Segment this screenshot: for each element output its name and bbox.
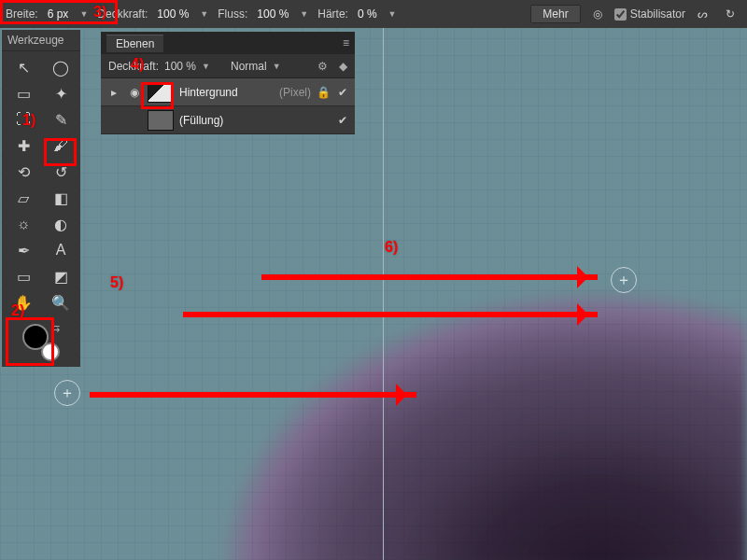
chevron-down-icon[interactable]: ▼	[198, 9, 212, 19]
eyedropper-tool[interactable]: ✎	[43, 107, 78, 132]
swap-colors-icon[interactable]: ⇆	[51, 322, 60, 334]
color-wells[interactable]: ⇆	[21, 322, 62, 363]
lasso-tool[interactable]: ◯	[43, 55, 78, 79]
brush-width-label: Breite:	[6, 7, 38, 21]
annotation-arrow	[90, 392, 416, 398]
annotation-label-5: 5)	[110, 274, 123, 291]
layer-thumbnail[interactable]	[148, 82, 174, 103]
gear-icon[interactable]: ⚙	[317, 60, 328, 73]
rope-icon[interactable]: ᔕ	[691, 5, 713, 23]
layer-name[interactable]: (Füllung)	[179, 114, 252, 127]
text-tool[interactable]: A	[43, 238, 78, 262]
annotation-label-4: 4)	[131, 56, 144, 73]
reset-icon[interactable]: ↻	[719, 5, 741, 23]
brush-hardness-label: Härte:	[317, 7, 348, 21]
layer-name[interactable]: Hintergrund	[179, 86, 274, 99]
layer-opacity-value[interactable]: 100 %	[164, 60, 196, 73]
more-button[interactable]: Mehr	[530, 5, 580, 23]
brush-opacity-value[interactable]: 100 %	[153, 7, 192, 21]
annotation-label-3: 3)	[93, 4, 106, 21]
layer-thumbnail[interactable]	[148, 110, 174, 131]
brush-hardness-value[interactable]: 0 %	[354, 7, 381, 21]
brush-options-bar: Breite: 6 px ▼ Deckkraft: 100 % ▼ Fluss:…	[0, 0, 747, 28]
marquee-tool[interactable]: ▭	[6, 81, 41, 105]
clone-tool[interactable]: ⟲	[6, 160, 41, 184]
stabilizer-toggle[interactable]: Stabilisator	[614, 7, 685, 21]
annotation-arrow	[183, 312, 598, 317]
brush-flow-label: Fluss:	[218, 7, 247, 21]
burn-tool[interactable]: ☼	[6, 212, 41, 236]
dodge-tool[interactable]: ◐	[43, 212, 78, 236]
zoom-tool[interactable]: 🔍	[43, 290, 78, 315]
pen-tool[interactable]: ✒	[6, 238, 41, 262]
panel-menu-icon[interactable]: ≡	[343, 36, 349, 49]
gradient-tool[interactable]: ◧	[43, 186, 78, 210]
tools-panel-title: Werkzeuge	[2, 30, 80, 51]
chevron-down-icon[interactable]: ▼	[202, 62, 210, 71]
image-content	[0, 140, 747, 560]
stabilizer-label: Stabilisator	[630, 7, 685, 21]
shape-tool[interactable]: ▭	[6, 264, 41, 288]
chevron-down-icon[interactable]: ▼	[78, 9, 92, 19]
checkbox-icon[interactable]: ✔	[336, 114, 349, 127]
chevron-down-icon[interactable]: ▼	[298, 9, 312, 19]
brush-flow-value[interactable]: 100 %	[253, 7, 292, 21]
layer-row-fullung[interactable]: (Füllung) ✔	[101, 106, 355, 134]
annotation-label-1: 1)	[22, 112, 35, 129]
move-tool[interactable]: ↖	[6, 55, 41, 79]
brush-width-value[interactable]: 6 px	[44, 7, 73, 21]
eraser-tool[interactable]: ▱	[6, 186, 41, 210]
layer-row-hintergrund[interactable]: ▸ ◉ Hintergrund (Pixel) 🔒 ✔	[101, 78, 355, 106]
chevron-down-icon[interactable]: ▼	[387, 9, 401, 19]
blend-mode-select[interactable]: Normal	[231, 60, 267, 73]
path-tool[interactable]: ◩	[43, 264, 78, 288]
brush-cursor-icon: ＋	[611, 267, 637, 293]
brush-cursor-icon: ＋	[54, 380, 80, 406]
annotation-arrow	[261, 274, 598, 280]
layers-panel: Ebenen ≡ Deckkraft: 100 % ▼ Normal ▼ ⚙ ◆…	[101, 32, 355, 134]
history-brush[interactable]: ↺	[43, 160, 78, 184]
annotation-label-2: 2)	[11, 302, 24, 319]
target-icon[interactable]: ◎	[586, 5, 609, 23]
foreground-color-swatch[interactable]	[22, 324, 49, 350]
heal-tool[interactable]: ✚	[6, 133, 41, 158]
lock-icon[interactable]: 🔒	[317, 86, 331, 99]
wand-tool[interactable]: ✦	[43, 81, 78, 105]
visibility-icon[interactable]: ◉	[127, 86, 142, 99]
split-view-divider[interactable]	[383, 28, 384, 560]
chevron-down-icon[interactable]: ▼	[273, 62, 281, 71]
checkbox-icon[interactable]: ✔	[336, 86, 349, 99]
layer-type: (Pixel)	[279, 86, 311, 99]
stabilizer-checkbox[interactable]	[614, 8, 627, 21]
layers-tab[interactable]: Ebenen	[106, 35, 163, 52]
annotation-label-6: 6)	[385, 239, 398, 256]
fx-icon[interactable]: ◆	[333, 60, 347, 73]
expand-icon[interactable]: ▸	[106, 86, 121, 99]
brush-tool[interactable]: 🖌	[43, 133, 78, 158]
